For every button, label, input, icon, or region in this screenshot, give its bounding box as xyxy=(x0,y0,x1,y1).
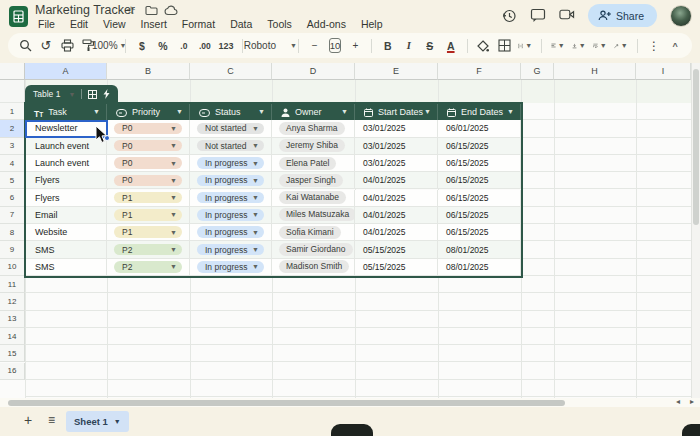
document-title[interactable]: Marketing Tracker xyxy=(35,3,135,17)
priority-cell[interactable]: P0▼ xyxy=(107,155,190,172)
strikethrough-button[interactable]: S xyxy=(423,37,437,55)
row-header-4[interactable]: 4 xyxy=(0,155,25,172)
search-icon[interactable] xyxy=(18,37,32,55)
start-date-cell[interactable]: 05/15/2025 xyxy=(355,241,438,258)
horizontal-scrollbar[interactable]: ◂ ▸ xyxy=(0,398,700,407)
column-header-C[interactable]: C xyxy=(190,63,272,80)
table-grid-icon[interactable] xyxy=(88,85,97,103)
end-date-cell[interactable]: 06/15/2025 xyxy=(438,224,521,241)
more-options-icon[interactable]: ⋮ xyxy=(647,37,661,55)
format-currency-button[interactable]: $ xyxy=(135,37,149,55)
undo-icon[interactable]: ↺ xyxy=(39,37,53,55)
chevron-down-icon[interactable]: ▼ xyxy=(68,91,75,98)
end-date-cell[interactable]: 06/15/2025 xyxy=(438,155,521,172)
column-header-G[interactable]: G xyxy=(521,63,554,80)
status-cell[interactable]: In progress▼ xyxy=(190,172,272,189)
table-header-priority[interactable]: Priority▼ xyxy=(107,103,190,120)
table-header-start-dates[interactable]: Start Dates▼ xyxy=(355,103,438,120)
menu-insert[interactable]: Insert xyxy=(138,17,170,31)
row-header-2[interactable]: 2 xyxy=(0,120,25,137)
merge-cells-button[interactable]: ▼ xyxy=(518,37,532,55)
chevron-down-icon[interactable]: ▼ xyxy=(176,108,183,115)
column-header-F[interactable]: F xyxy=(438,63,521,80)
end-date-cell[interactable]: 06/01/2025 xyxy=(438,120,521,137)
number-format-button[interactable]: 123 xyxy=(219,37,233,55)
row-header-10[interactable]: 10 xyxy=(0,259,25,276)
chevron-down-icon[interactable]: ▼ xyxy=(507,108,514,115)
row-header-1[interactable]: 1 xyxy=(0,103,25,120)
row-header-14[interactable]: 14 xyxy=(0,328,25,345)
increase-decimal-button[interactable]: .00 xyxy=(198,37,212,55)
row-header-8[interactable]: 8 xyxy=(0,224,25,241)
chevron-down-icon[interactable]: ▼ xyxy=(341,108,348,115)
menu-tools[interactable]: Tools xyxy=(264,17,295,31)
task-cell[interactable]: SMS xyxy=(25,241,107,258)
chevron-down-icon[interactable]: ▼ xyxy=(424,108,431,115)
task-cell[interactable]: SMS xyxy=(25,259,107,276)
owner-cell[interactable]: Madison Smith xyxy=(272,259,355,276)
column-header-B[interactable]: B xyxy=(107,63,190,80)
italic-button[interactable]: I xyxy=(402,37,416,55)
chevron-down-icon[interactable]: ▼ xyxy=(93,108,100,115)
vertical-scrollbar[interactable] xyxy=(691,63,700,398)
sheet-tab-menu-icon[interactable]: ▼ xyxy=(114,418,121,425)
text-wrap-button[interactable]: ▼ xyxy=(593,37,607,55)
status-cell[interactable]: In progress▼ xyxy=(190,155,272,172)
priority-cell[interactable]: P1▼ xyxy=(107,224,190,241)
priority-cell[interactable]: P0▼ xyxy=(107,120,190,137)
chevron-down-icon[interactable]: ▼ xyxy=(258,108,265,115)
task-cell[interactable]: Newsletter xyxy=(25,120,107,137)
table-name-chip[interactable]: Table 1 ▼ xyxy=(25,85,118,103)
end-date-cell[interactable]: 06/15/2025 xyxy=(438,207,521,224)
priority-cell[interactable]: P1▼ xyxy=(107,207,190,224)
status-cell[interactable]: In progress▼ xyxy=(190,224,272,241)
status-cell[interactable]: In progress▼ xyxy=(190,259,272,276)
table-header-task[interactable]: TTTask▼ xyxy=(25,103,107,120)
row-header-3[interactable]: 3 xyxy=(0,138,25,155)
scroll-right-icon[interactable]: ▸ xyxy=(690,397,694,406)
column-header-I[interactable]: I xyxy=(636,63,691,80)
row-header-11[interactable]: 11 xyxy=(0,276,25,293)
menu-data[interactable]: Data xyxy=(227,17,255,31)
owner-cell[interactable]: Sofia Kimani xyxy=(272,224,355,241)
row-header-5[interactable]: 5 xyxy=(0,172,25,189)
table-header-owner[interactable]: Owner▼ xyxy=(272,103,355,120)
owner-cell[interactable]: Samir Giordano xyxy=(272,241,355,258)
row-header-15[interactable]: 15 xyxy=(0,345,25,362)
menu-add-ons[interactable]: Add-ons xyxy=(304,17,349,31)
task-cell[interactable]: Flyers xyxy=(25,172,107,189)
owner-cell[interactable]: Anya Sharma xyxy=(272,120,355,137)
scroll-left-icon[interactable]: ◂ xyxy=(676,397,680,406)
owner-cell[interactable]: Jeremy Shiba xyxy=(272,138,355,155)
priority-cell[interactable]: P1▼ xyxy=(107,190,190,207)
end-date-cell[interactable]: 08/01/2025 xyxy=(438,241,521,258)
version-history-icon[interactable] xyxy=(501,8,517,24)
owner-cell[interactable]: Jasper Singh xyxy=(272,172,355,189)
user-avatar[interactable] xyxy=(670,5,692,27)
text-color-button[interactable]: A xyxy=(444,37,458,55)
zoom-select[interactable]: 100%▼ xyxy=(102,37,116,55)
task-cell[interactable]: Email xyxy=(25,207,107,224)
end-date-cell[interactable]: 06/15/2025 xyxy=(438,138,521,155)
column-header-E[interactable]: E xyxy=(355,63,438,80)
end-date-cell[interactable]: 06/15/2025 xyxy=(438,172,521,189)
font-family-select[interactable]: Roboto▼ xyxy=(251,37,289,55)
decrease-decimal-button[interactable]: .0 xyxy=(177,37,191,55)
column-header-D[interactable]: D xyxy=(272,63,355,80)
owner-cell[interactable]: Elena Patel xyxy=(272,155,355,172)
row-header-13[interactable]: 13 xyxy=(0,311,25,328)
all-sheets-icon[interactable]: ≡ xyxy=(48,413,55,427)
start-date-cell[interactable]: 05/15/2025 xyxy=(355,259,438,276)
start-date-cell[interactable]: 04/01/2025 xyxy=(355,172,438,189)
decrease-font-size-button[interactable]: − xyxy=(308,37,322,55)
menu-file[interactable]: File xyxy=(35,17,58,31)
spark-bolt-icon[interactable] xyxy=(103,85,110,103)
bold-button[interactable]: B xyxy=(381,37,395,55)
horizontal-align-button[interactable]: ▼ xyxy=(551,37,565,55)
video-call-icon[interactable] xyxy=(559,8,575,24)
format-percent-button[interactable]: % xyxy=(156,37,170,55)
task-cell[interactable]: Website xyxy=(25,224,107,241)
status-cell[interactable]: In progress▼ xyxy=(190,207,272,224)
end-date-cell[interactable]: 06/15/2025 xyxy=(438,190,521,207)
print-icon[interactable] xyxy=(60,37,74,55)
